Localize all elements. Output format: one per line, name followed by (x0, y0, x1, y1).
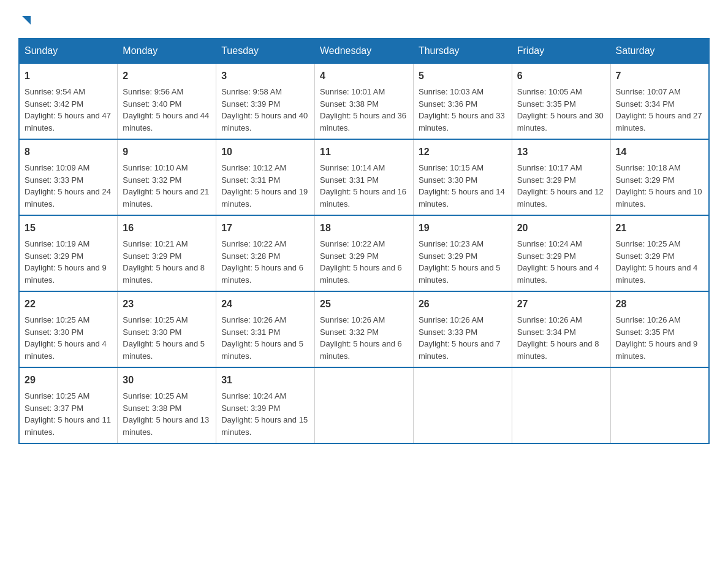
day-number: 29 (25, 373, 112, 388)
day-sunset: Sunset: 3:33 PM (25, 175, 83, 185)
day-sunrise: Sunrise: 10:26 AM (616, 315, 681, 324)
day-number: 13 (517, 145, 605, 159)
day-sunset: Sunset: 3:39 PM (221, 404, 280, 413)
calendar-day-29: 29Sunrise: 10:25 AMSunset: 3:37 PMDaylig… (19, 367, 118, 443)
day-sunset: Sunset: 3:30 PM (419, 175, 477, 185)
page-header (18, 12, 710, 27)
day-sunrise: Sunrise: 10:14 AM (320, 163, 385, 172)
day-number: 23 (123, 297, 211, 312)
calendar-day-6: 6Sunrise: 10:05 AMSunset: 3:35 PMDayligh… (512, 63, 610, 139)
day-number: 5 (419, 69, 507, 83)
calendar-day-11: 11Sunrise: 10:14 AMSunset: 3:31 PMDaylig… (315, 139, 414, 215)
day-sunset: Sunset: 3:35 PM (517, 99, 576, 109)
day-sunset: Sunset: 3:29 PM (616, 251, 675, 261)
day-daylight: Daylight: 5 hours and 5 minutes. (419, 263, 501, 285)
day-sunrise: Sunrise: 10:24 AM (517, 239, 582, 248)
day-number: 10 (221, 145, 309, 159)
day-sunrise: Sunrise: 10:01 AM (320, 87, 385, 96)
day-daylight: Daylight: 5 hours and 21 minutes. (123, 187, 209, 209)
day-sunrise: Sunrise: 9:54 AM (25, 87, 85, 96)
calendar-day-26: 26Sunrise: 10:26 AMSunset: 3:33 PMDaylig… (413, 291, 512, 367)
calendar-day-1: 1Sunrise: 9:54 AMSunset: 3:42 PMDaylight… (19, 63, 118, 139)
day-sunset: Sunset: 3:33 PM (419, 327, 477, 337)
calendar-day-15: 15Sunrise: 10:19 AMSunset: 3:29 PMDaylig… (19, 215, 118, 291)
day-sunset: Sunset: 3:29 PM (320, 251, 379, 261)
day-number: 31 (221, 373, 309, 388)
day-number: 8 (25, 145, 112, 159)
day-daylight: Daylight: 5 hours and 44 minutes. (123, 111, 209, 132)
calendar-day-25: 25Sunrise: 10:26 AMSunset: 3:32 PMDaylig… (315, 291, 414, 367)
day-sunrise: Sunrise: 10:26 AM (517, 315, 582, 324)
calendar-day-27: 27Sunrise: 10:26 AMSunset: 3:34 PMDaylig… (512, 291, 610, 367)
calendar-day-16: 16Sunrise: 10:21 AMSunset: 3:29 PMDaylig… (118, 215, 216, 291)
calendar-day-9: 9Sunrise: 10:10 AMSunset: 3:32 PMDayligh… (118, 139, 216, 215)
calendar-day-28: 28Sunrise: 10:26 AMSunset: 3:35 PMDaylig… (610, 291, 709, 367)
day-sunrise: Sunrise: 10:25 AM (123, 391, 188, 400)
day-number: 18 (320, 221, 408, 236)
day-sunset: Sunset: 3:31 PM (320, 175, 379, 185)
calendar-header-sunday: Sunday (19, 39, 118, 63)
day-sunrise: Sunrise: 9:58 AM (221, 87, 282, 96)
day-number: 19 (419, 221, 507, 236)
logo (18, 12, 33, 27)
day-number: 28 (616, 297, 703, 312)
day-sunset: Sunset: 3:30 PM (25, 327, 83, 337)
day-number: 3 (221, 69, 309, 83)
day-daylight: Daylight: 5 hours and 40 minutes. (221, 111, 308, 132)
day-daylight: Daylight: 5 hours and 19 minutes. (221, 187, 308, 209)
day-sunset: Sunset: 3:40 PM (123, 99, 181, 109)
day-daylight: Daylight: 5 hours and 6 minutes. (221, 263, 303, 285)
day-number: 15 (25, 221, 112, 236)
calendar-header-friday: Friday (512, 39, 610, 63)
day-number: 7 (616, 69, 703, 83)
day-number: 27 (517, 297, 605, 312)
day-sunrise: Sunrise: 10:26 AM (221, 315, 286, 324)
calendar-day-4: 4Sunrise: 10:01 AMSunset: 3:38 PMDayligh… (315, 63, 414, 139)
day-sunrise: Sunrise: 10:05 AM (517, 87, 582, 96)
day-number: 16 (123, 221, 211, 236)
day-sunrise: Sunrise: 10:15 AM (419, 163, 483, 172)
calendar-day-17: 17Sunrise: 10:22 AMSunset: 3:28 PMDaylig… (216, 215, 315, 291)
svg-marker-0 (22, 16, 31, 25)
calendar-day-14: 14Sunrise: 10:18 AMSunset: 3:29 PMDaylig… (610, 139, 709, 215)
calendar-day-22: 22Sunrise: 10:25 AMSunset: 3:30 PMDaylig… (19, 291, 118, 367)
day-sunset: Sunset: 3:37 PM (25, 404, 83, 413)
day-sunset: Sunset: 3:29 PM (517, 251, 576, 261)
calendar-day-2: 2Sunrise: 9:56 AMSunset: 3:40 PMDaylight… (118, 63, 216, 139)
day-daylight: Daylight: 5 hours and 36 minutes. (320, 111, 406, 132)
day-daylight: Daylight: 5 hours and 10 minutes. (616, 187, 702, 209)
day-sunrise: Sunrise: 10:22 AM (221, 239, 286, 248)
calendar-day-8: 8Sunrise: 10:09 AMSunset: 3:33 PMDayligh… (19, 139, 118, 215)
day-sunrise: Sunrise: 10:26 AM (419, 315, 483, 324)
day-sunrise: Sunrise: 10:12 AM (221, 163, 286, 172)
day-daylight: Daylight: 5 hours and 13 minutes. (123, 415, 209, 437)
calendar-day-30: 30Sunrise: 10:25 AMSunset: 3:38 PMDaylig… (118, 367, 216, 443)
calendar-day-13: 13Sunrise: 10:17 AMSunset: 3:29 PMDaylig… (512, 139, 610, 215)
day-daylight: Daylight: 5 hours and 7 minutes. (419, 339, 501, 361)
day-sunset: Sunset: 3:35 PM (616, 327, 675, 337)
day-number: 21 (616, 221, 703, 236)
empty-cell (512, 367, 610, 443)
calendar-header-tuesday: Tuesday (216, 39, 315, 63)
day-sunset: Sunset: 3:38 PM (123, 404, 181, 413)
day-sunset: Sunset: 3:28 PM (221, 251, 280, 261)
day-sunset: Sunset: 3:34 PM (517, 327, 576, 337)
day-sunrise: Sunrise: 10:09 AM (25, 163, 89, 172)
day-sunrise: Sunrise: 10:10 AM (123, 163, 188, 172)
day-sunrise: Sunrise: 10:19 AM (25, 239, 89, 248)
day-daylight: Daylight: 5 hours and 9 minutes. (616, 339, 698, 361)
day-daylight: Daylight: 5 hours and 16 minutes. (320, 187, 406, 209)
day-sunrise: Sunrise: 9:56 AM (123, 87, 183, 96)
calendar-day-12: 12Sunrise: 10:15 AMSunset: 3:30 PMDaylig… (413, 139, 512, 215)
day-sunrise: Sunrise: 10:22 AM (320, 239, 385, 248)
day-sunset: Sunset: 3:29 PM (419, 251, 477, 261)
day-sunset: Sunset: 3:30 PM (123, 327, 181, 337)
logo-triangle-icon (20, 13, 33, 27)
day-number: 1 (25, 69, 112, 83)
day-number: 2 (123, 69, 211, 83)
calendar-day-31: 31Sunrise: 10:24 AMSunset: 3:39 PMDaylig… (216, 367, 315, 443)
day-number: 20 (517, 221, 605, 236)
day-number: 22 (25, 297, 112, 312)
calendar-day-19: 19Sunrise: 10:23 AMSunset: 3:29 PMDaylig… (413, 215, 512, 291)
calendar-day-20: 20Sunrise: 10:24 AMSunset: 3:29 PMDaylig… (512, 215, 610, 291)
